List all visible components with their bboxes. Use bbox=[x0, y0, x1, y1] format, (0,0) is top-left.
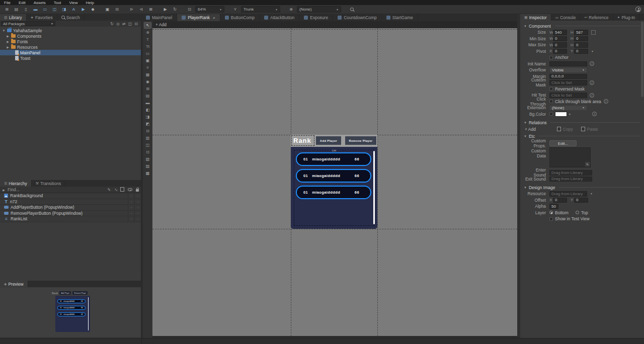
branch-select[interactable]: Trunk ▼ bbox=[241, 6, 280, 13]
swf-tool-icon[interactable]: ⊡ bbox=[144, 149, 151, 155]
swap-icon[interactable]: ⇄ bbox=[122, 22, 126, 26]
menu-view[interactable]: View bbox=[69, 1, 77, 5]
close-icon[interactable]: × bbox=[213, 16, 215, 20]
lock-column-icon[interactable] bbox=[136, 189, 139, 192]
init-name-input[interactable] bbox=[549, 61, 587, 67]
relation-paste-button[interactable]: Paste bbox=[582, 127, 598, 132]
button-tool-icon[interactable]: ▬ bbox=[144, 100, 151, 106]
hierarchy-row-n72[interactable]: T n72 ·· bbox=[0, 199, 141, 205]
image-widget-icon[interactable]: ▬ bbox=[32, 6, 39, 13]
label-tool-icon[interactable]: ◧ bbox=[144, 107, 151, 113]
layer-top-radio[interactable] bbox=[576, 211, 579, 214]
chevron-down-icon[interactable]: ▼ bbox=[569, 113, 571, 116]
hierarchy-row-ranklist[interactable]: ≡ RankList ·· bbox=[0, 216, 141, 222]
layer-bottom-radio[interactable] bbox=[549, 211, 553, 214]
expand-arrow-icon[interactable]: ▶ bbox=[6, 45, 10, 49]
tree-item-fonts[interactable]: ▶ Fonts bbox=[0, 39, 141, 44]
min-h-input[interactable] bbox=[574, 36, 588, 42]
menu-edit[interactable]: Edit bbox=[19, 1, 26, 5]
lock-toggle[interactable]: · bbox=[134, 199, 141, 205]
hierarchy-row-addplayerbutton[interactable]: AddPlayerButton (PopupWindow) ·· bbox=[0, 205, 141, 211]
tree-item-toast[interactable]: Toast bbox=[0, 55, 141, 61]
refresh-icon[interactable]: ↻ bbox=[110, 22, 114, 26]
rank-item[interactable]: 01 miaogaiddddd 66 bbox=[296, 169, 371, 183]
pivot-y-input[interactable] bbox=[574, 49, 588, 54]
button-widget-icon[interactable]: ◫ bbox=[51, 6, 58, 13]
max-w-input[interactable] bbox=[553, 42, 567, 48]
movie-tool-icon[interactable]: ◫ bbox=[144, 142, 151, 148]
graph-tool-icon[interactable]: ◉ bbox=[144, 78, 151, 85]
visibility-toggle[interactable]: · bbox=[128, 205, 134, 210]
image-tool-icon[interactable]: ▣ bbox=[144, 57, 151, 64]
inspector-scrollbar[interactable] bbox=[641, 22, 643, 97]
overflow-select[interactable]: Visible ▼ bbox=[549, 67, 587, 73]
menu-help[interactable]: Help bbox=[86, 1, 94, 5]
custom-mask-input[interactable] bbox=[549, 80, 587, 85]
collapse-arrow-icon[interactable]: ▼ bbox=[2, 29, 6, 32]
progress-tool-icon[interactable]: ◨ bbox=[144, 114, 151, 120]
edit-icon[interactable]: ✎ bbox=[108, 188, 111, 192]
remove-player-button[interactable]: Remove Player bbox=[345, 136, 376, 145]
save-all-icon[interactable]: ⊟ bbox=[113, 6, 121, 13]
resize-expand-icon[interactable] bbox=[591, 30, 596, 35]
hand-tool-icon[interactable]: ⊕ bbox=[144, 29, 151, 36]
hierarchy-row-rankbackground[interactable]: RankBackground ·· bbox=[0, 193, 141, 199]
section-component[interactable]: ▼ Component bbox=[524, 23, 640, 29]
size-h-input[interactable] bbox=[574, 30, 588, 35]
click-through-checkbox[interactable] bbox=[549, 100, 553, 103]
tree-tool-icon[interactable]: ▨ bbox=[144, 163, 151, 169]
copy-icon[interactable] bbox=[121, 188, 124, 192]
tab-reference[interactable]: ↩ Reference bbox=[580, 14, 613, 21]
tab-preview[interactable]: ◈ Preview bbox=[0, 281, 28, 287]
export-icon[interactable]: ⊠ bbox=[147, 6, 154, 13]
package-filter-select[interactable]: All Packages ▼ bbox=[1, 21, 55, 26]
split-view-icon[interactable]: ◫ bbox=[128, 22, 132, 26]
min-w-input[interactable] bbox=[553, 36, 567, 42]
edit-icon[interactable]: ✎ bbox=[585, 162, 590, 166]
stage-canvas[interactable]: Rank Add Player Remove Player List bbox=[152, 28, 517, 336]
label-widget-icon[interactable]: A bbox=[70, 6, 77, 13]
scrollbar-tool-icon[interactable]: ⊟ bbox=[144, 128, 151, 134]
edit-button[interactable]: Edit... bbox=[549, 140, 577, 146]
group-tool-icon[interactable]: ▧ bbox=[144, 156, 151, 162]
slider-tool-icon[interactable]: ◩ bbox=[144, 121, 151, 127]
list-tool-icon[interactable]: ≡ bbox=[144, 64, 151, 71]
exit-sound-input[interactable] bbox=[549, 177, 592, 182]
zoom-select[interactable]: 64% ▼ bbox=[195, 6, 224, 13]
doc-tab-startgame[interactable]: StartGame bbox=[382, 14, 418, 21]
visibility-column-icon[interactable] bbox=[128, 188, 132, 191]
lock-toggle[interactable]: · bbox=[134, 205, 141, 210]
custom-data-textarea[interactable]: ✎ bbox=[549, 147, 591, 167]
text-tool-icon[interactable]: T bbox=[144, 36, 151, 43]
tab-favorites[interactable]: ★ Favorties bbox=[27, 14, 57, 21]
new-component-icon[interactable]: ▤ bbox=[13, 6, 20, 13]
tree-item-mainpanel[interactable]: MainPanel bbox=[0, 50, 141, 55]
renderer-select[interactable]: (None) ▼ bbox=[297, 6, 341, 13]
offset-x-input[interactable] bbox=[553, 198, 567, 203]
menu-assets[interactable]: Assets bbox=[34, 1, 46, 5]
lock-toggle[interactable]: · bbox=[134, 193, 141, 199]
doc-tab-buttoncomp[interactable]: ButtonComp bbox=[220, 14, 260, 21]
pivot-x-input[interactable] bbox=[553, 49, 567, 54]
doc-tab-countdowncomp[interactable]: CountdownComp bbox=[333, 14, 382, 21]
relation-add-button[interactable]: + Add bbox=[525, 127, 536, 132]
popup-tool-icon[interactable]: ▩ bbox=[144, 170, 151, 177]
curve-icon[interactable]: ∿ bbox=[114, 188, 118, 192]
save-icon[interactable]: ▣ bbox=[104, 6, 111, 13]
component-tool-icon[interactable]: ⊞ bbox=[144, 85, 151, 92]
lock-toggle[interactable]: · bbox=[134, 216, 141, 222]
rank-item[interactable]: 01 miaogaiddddd 66 bbox=[296, 152, 371, 166]
pivot-preset-icon[interactable]: ▼ bbox=[591, 50, 594, 53]
section-relations[interactable]: ▼ Relations bbox=[524, 119, 640, 126]
locate-icon[interactable]: ◎ bbox=[116, 22, 120, 26]
find-input[interactable]: Find... bbox=[8, 187, 20, 192]
component-widget-icon[interactable]: ◆ bbox=[89, 6, 97, 13]
reversed-mask-checkbox[interactable] bbox=[549, 87, 553, 91]
visibility-toggle[interactable]: · bbox=[128, 193, 134, 199]
tab-transitions[interactable]: ⚒ Transitions bbox=[32, 180, 66, 187]
extension-select[interactable]: (None) ▼ bbox=[549, 105, 587, 111]
add-player-button[interactable]: Add Player bbox=[316, 136, 341, 145]
account-icon[interactable] bbox=[635, 7, 641, 12]
screen-icon[interactable]: ⊡ bbox=[186, 6, 193, 13]
combobox-tool-icon[interactable]: ▥ bbox=[144, 135, 151, 141]
